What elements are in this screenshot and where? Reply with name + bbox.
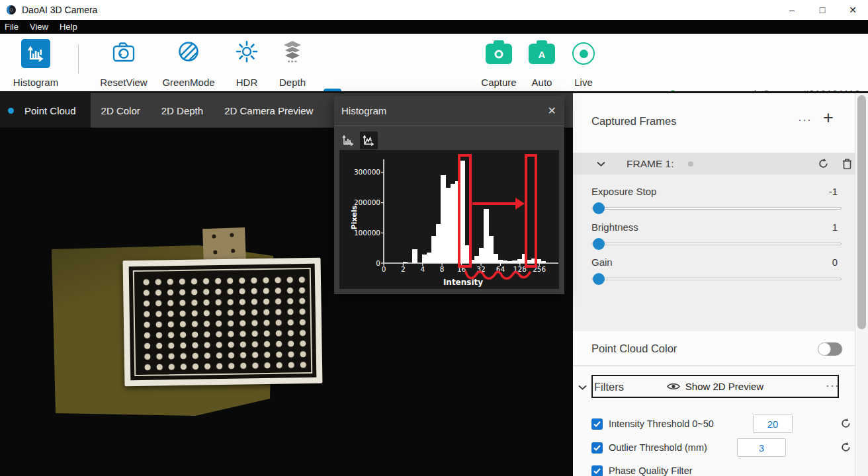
- minimize-button[interactable]: –: [777, 0, 807, 20]
- calibration-board: [123, 258, 323, 387]
- toolbar: Histogram ResetView: [0, 34, 868, 91]
- outlier-threshold-label: Outlier Threshold (mm): [609, 442, 707, 453]
- resetview-button[interactable]: ResetView: [97, 39, 150, 88]
- annotation-arrow-head: [515, 198, 525, 210]
- exposure-stop-value: -1: [829, 186, 838, 197]
- svg-text:8: 8: [440, 265, 445, 273]
- svg-text:0: 0: [382, 265, 386, 273]
- brightness-slider[interactable]: [591, 238, 842, 250]
- tab-point-cloud[interactable]: Point Cloud: [0, 93, 91, 128]
- outlier-threshold-checkbox[interactable]: [591, 442, 603, 454]
- svg-text:0: 0: [376, 259, 380, 267]
- annotation-box-high-intensity: [526, 155, 536, 266]
- frame-1-header[interactable]: FRAME 1:: [573, 153, 868, 175]
- exposure-stop-slider[interactable]: [591, 202, 842, 214]
- outlier-threshold-reset-icon[interactable]: [840, 442, 851, 453]
- captured-frames-more-button[interactable]: ···: [798, 113, 812, 127]
- close-button[interactable]: ✕: [838, 0, 868, 20]
- chart-xlabel: Intensity: [443, 278, 483, 287]
- menu-bar: File View Help: [0, 20, 868, 34]
- hdr-button[interactable]: HDR: [227, 39, 267, 88]
- svg-text:200000: 200000: [354, 198, 380, 206]
- check-icon: [593, 421, 601, 427]
- point-cloud-color-section: Point Cloud Color: [573, 331, 868, 365]
- live-label: Live: [574, 77, 593, 88]
- live-button[interactable]: Live: [566, 39, 601, 88]
- greenmode-label: GreenMode: [162, 77, 214, 88]
- frame-1-label: FRAME 1:: [627, 158, 673, 170]
- histogram-panel-title: Histogram: [341, 105, 386, 116]
- brightness-value: 1: [832, 221, 838, 233]
- resetview-label: ResetView: [100, 77, 147, 88]
- active-tab-dot-icon: [8, 108, 14, 114]
- capture-camera-icon: [486, 44, 512, 64]
- chevron-down-icon: [597, 161, 605, 167]
- toggle-knob: [818, 342, 831, 356]
- svg-text:2: 2: [401, 265, 406, 273]
- title-bar: DaoAI 3D Camera – □ ✕: [0, 0, 868, 20]
- capture-button[interactable]: Capture: [479, 39, 519, 88]
- menu-file[interactable]: File: [3, 22, 26, 32]
- window-title: DaoAI 3D Camera: [22, 5, 97, 15]
- gain-slider[interactable]: [591, 273, 842, 285]
- depth-layers-icon: [280, 39, 305, 64]
- menu-help[interactable]: Help: [58, 22, 85, 32]
- frame-reset-icon[interactable]: [818, 158, 829, 169]
- phase-quality-filter-label: Phase Quality Filter: [609, 465, 693, 476]
- green-mode-icon: [176, 39, 201, 64]
- greenmode-button[interactable]: GreenMode: [161, 39, 216, 88]
- tab-2d-color[interactable]: 2D Color: [91, 93, 151, 128]
- bar-chart-icon: [341, 134, 355, 147]
- intensity-threshold-input[interactable]: 20: [753, 415, 793, 433]
- frame-delete-trash-icon[interactable]: [842, 158, 852, 169]
- slider-thumb[interactable]: [593, 202, 605, 214]
- filters-header[interactable]: Filters ···: [573, 379, 868, 397]
- chevron-down-icon: [578, 385, 587, 390]
- auto-button[interactable]: A Auto: [525, 39, 559, 88]
- panel-scrollbar-track[interactable]: [855, 93, 868, 476]
- phase-quality-filter-row: Phase Quality Filter: [591, 461, 856, 476]
- histogram-toggle-button[interactable]: Histogram: [8, 39, 64, 88]
- slider-thumb[interactable]: [593, 238, 605, 250]
- line-chart-icon: [362, 134, 376, 147]
- capture-label: Capture: [481, 77, 516, 88]
- intensity-threshold-reset-icon[interactable]: [840, 418, 851, 429]
- tab-2d-camera-preview[interactable]: 2D Camera Preview: [214, 93, 324, 128]
- point-cloud-color-toggle[interactable]: [818, 342, 842, 356]
- histogram-button-label: Histogram: [13, 77, 58, 88]
- frame-settings-section: Exposure Stop -1 Brightness 1 Gain 0 Sho…: [573, 175, 868, 331]
- maximize-button[interactable]: □: [807, 0, 838, 20]
- settings-panel: Captured Frames ··· + FRAME 1:: [573, 93, 868, 476]
- histogram-icon: [21, 39, 50, 68]
- filters-more-button[interactable]: ···: [826, 379, 840, 393]
- live-record-icon: [572, 42, 595, 65]
- depth-button[interactable]: Depth: [273, 39, 312, 88]
- gain-value: 0: [832, 257, 838, 268]
- histogram-chart: 01000002000003000000248163264128256 Pixe…: [339, 150, 559, 289]
- histogram-bars: [403, 161, 546, 263]
- panel-scrollbar-thumb[interactable]: [857, 95, 866, 329]
- histogram-chart-svg: 01000002000003000000248163264128256 Pixe…: [339, 150, 559, 289]
- mounting-bracket: [202, 227, 246, 263]
- hdr-sun-icon: [234, 39, 259, 64]
- filters-title: Filters: [594, 381, 624, 393]
- menu-view[interactable]: View: [28, 22, 56, 32]
- chart-ylabel: Pixels: [350, 205, 359, 229]
- histogram-curve-mode-button[interactable]: [360, 132, 378, 149]
- application-window: DaoAI 3D Camera – □ ✕ File View Help: [0, 0, 868, 476]
- section-divider: [573, 365, 868, 366]
- intensity-threshold-checkbox[interactable]: [591, 418, 603, 430]
- slider-thumb[interactable]: [593, 273, 605, 285]
- histogram-bar-mode-button[interactable]: [339, 132, 357, 149]
- histogram-panel-close-button[interactable]: ✕: [548, 104, 556, 117]
- histogram-panel-divider: [334, 126, 564, 126]
- toolbar-separator: [78, 44, 79, 73]
- captured-frames-title: Captured Frames: [591, 115, 676, 128]
- brightness-label: Brightness: [591, 221, 638, 233]
- outlier-threshold-input[interactable]: 3: [737, 438, 786, 457]
- auto-camera-icon: A: [529, 44, 555, 64]
- add-frame-button[interactable]: +: [823, 108, 834, 128]
- tab-2d-depth[interactable]: 2D Depth: [151, 93, 214, 128]
- phase-quality-filter-checkbox[interactable]: [591, 465, 603, 476]
- intensity-threshold-row: Intensity Threshold 0~50 20: [591, 415, 856, 433]
